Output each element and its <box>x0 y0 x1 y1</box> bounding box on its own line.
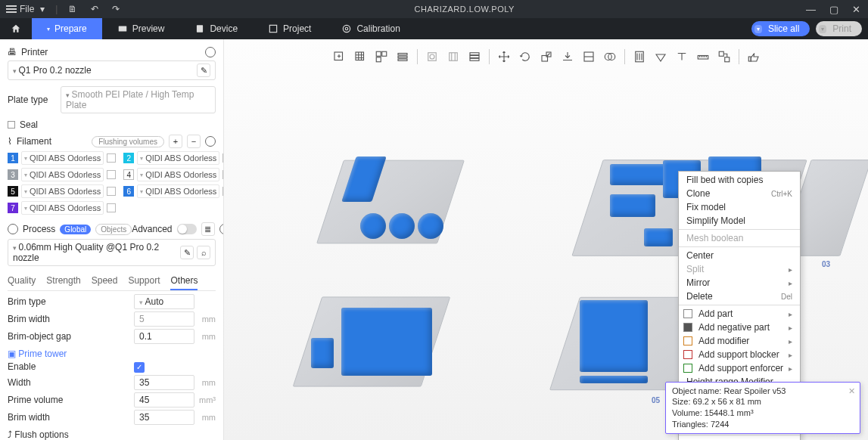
redo-icon[interactable]: ↷ <box>109 4 123 14</box>
split-objects-icon[interactable] <box>422 47 442 67</box>
print-button[interactable]: ▾Print <box>816 21 862 36</box>
file-menu[interactable]: File ▾ <box>6 4 48 14</box>
ctx-clone[interactable]: CloneCtrl+K <box>679 187 800 200</box>
ctx-center[interactable]: Center <box>679 249 800 262</box>
ctx-add-negative[interactable]: Add negative part▸ <box>679 321 800 334</box>
brim-width2-value[interactable]: 35 <box>134 410 194 425</box>
model-part[interactable] <box>580 376 648 383</box>
edit-icon[interactable]: ✎ <box>197 64 210 77</box>
filament-color-swatch[interactable]: 6 <box>123 186 134 197</box>
scale-icon[interactable] <box>537 47 556 67</box>
thumbs-up-icon[interactable] <box>744 47 764 67</box>
ctx-simplify-model[interactable]: Simplify Model <box>679 214 800 228</box>
filament-color-swatch[interactable]: 1 <box>8 153 18 163</box>
preview-tab[interactable]: Preview <box>102 18 180 39</box>
undo-icon[interactable]: ↶ <box>88 4 101 14</box>
cut-icon[interactable] <box>579 47 599 67</box>
ctx-fill-bed[interactable]: Fill bed with copies <box>679 173 800 187</box>
brim-type-value[interactable]: ▾ Auto <box>134 294 194 309</box>
printer-settings-icon[interactable] <box>205 47 216 57</box>
assembly-icon[interactable] <box>714 47 734 67</box>
filament-preset-combo[interactable]: ▾QIDI ABS Odorless <box>21 201 104 215</box>
filament-color-swatch[interactable]: 2 <box>123 153 134 163</box>
width-value[interactable]: 35 <box>134 375 194 390</box>
brim-gap-value[interactable]: 0.1 <box>134 329 194 344</box>
maximize-button[interactable]: ▢ <box>829 5 838 14</box>
model-part[interactable] <box>389 213 415 239</box>
plate-type-combo[interactable]: ▾ Smooth PEI Plate / High Temp Plate <box>61 86 216 113</box>
process-preset-combo[interactable]: ▾ 0.06mm High Quality @Q1 Pro 0.2 nozzle… <box>8 239 216 266</box>
add-plate-icon[interactable] <box>350 47 370 67</box>
model-part[interactable] <box>644 228 673 246</box>
tab-others[interactable]: Others <box>170 272 198 290</box>
home-tab[interactable] <box>0 18 32 39</box>
filament-color-swatch[interactable]: 4 <box>123 169 134 180</box>
text-icon[interactable] <box>672 47 692 67</box>
filament-preset-combo[interactable]: ▾QIDI ABS Odorless <box>137 184 219 198</box>
enable-checkbox[interactable]: ✓ <box>134 362 145 373</box>
move-icon[interactable] <box>494 47 514 67</box>
support-paint-icon[interactable] <box>630 47 649 67</box>
save-icon[interactable]: 🗎 <box>65 4 80 14</box>
advanced-toggle[interactable] <box>177 224 197 234</box>
add-filament-button[interactable]: + <box>169 135 182 148</box>
seal-checkbox[interactable] <box>8 121 15 129</box>
prime-volume-value[interactable]: 45 <box>134 392 194 407</box>
edit-icon[interactable] <box>107 153 116 163</box>
place-on-face-icon[interactable] <box>558 47 577 67</box>
model-part[interactable] <box>360 213 386 239</box>
model-part[interactable] <box>418 213 443 239</box>
ctx-add-part[interactable]: Add part▸ <box>679 307 800 321</box>
viewport[interactable]: 02 03 05 Fill bed with copies CloneCtrl+… <box>224 39 868 440</box>
device-tab[interactable]: Device <box>179 18 253 39</box>
model-part[interactable] <box>311 338 334 368</box>
edit-icon[interactable] <box>107 170 116 179</box>
ctx-delete[interactable]: DeleteDel <box>679 290 800 303</box>
filament-preset-combo[interactable]: ▾QIDI ABS Odorless <box>137 168 219 181</box>
flushing-volumes-button[interactable]: Flushing volumes <box>92 136 164 147</box>
minimize-button[interactable]: — <box>806 5 816 14</box>
ctx-add-modifier[interactable]: Add modifier▸ <box>679 334 800 348</box>
filament-preset-combo[interactable]: ▾QIDI ABS Odorless <box>21 151 104 165</box>
add-cube-icon[interactable] <box>329 47 349 67</box>
split-parts-icon[interactable] <box>443 47 463 67</box>
filament-preset-combo[interactable]: ▾QIDI ABS Odorless <box>137 151 219 165</box>
ctx-fix-model[interactable]: Fix model <box>679 200 800 214</box>
objects-badge[interactable]: Objects <box>95 224 132 235</box>
filament-settings-icon[interactable] <box>205 136 216 147</box>
measure-icon[interactable] <box>693 47 713 67</box>
tab-support[interactable]: Support <box>128 272 160 290</box>
search-icon[interactable]: ⌕ <box>197 246 210 259</box>
slice-all-button[interactable]: ▾Slice all <box>751 21 810 36</box>
brim-width-value[interactable]: 5 <box>134 311 194 327</box>
layers-icon[interactable] <box>465 47 484 67</box>
ctx-add-support-blocker[interactable]: Add support blocker▸ <box>679 348 800 361</box>
prepare-tab[interactable]: ▾ Prepare <box>32 18 102 39</box>
tab-strength[interactable]: Strength <box>46 272 80 290</box>
ctx-add-support-enforcer[interactable]: Add support enforcer▸ <box>679 361 800 375</box>
close-icon[interactable]: ✕ <box>848 386 855 397</box>
filament-color-swatch[interactable]: 7 <box>8 203 18 213</box>
project-tab[interactable]: Project <box>253 18 326 39</box>
remove-filament-button[interactable]: − <box>187 135 201 148</box>
mesh-boolean-icon[interactable] <box>600 47 620 67</box>
printer-preset-combo[interactable]: ▾ Q1 Pro 0.2 nozzle✎ <box>8 60 216 80</box>
tab-speed[interactable]: Speed <box>92 272 118 290</box>
edit-icon[interactable] <box>107 203 116 212</box>
filament-preset-combo[interactable]: ▾QIDI ABS Odorless <box>21 168 104 181</box>
filament-color-swatch[interactable]: 5 <box>8 186 18 197</box>
model-part[interactable] <box>610 194 655 217</box>
model-part[interactable] <box>580 300 648 372</box>
list-icon[interactable]: ≣ <box>201 222 215 236</box>
model-part[interactable] <box>341 308 432 376</box>
orient-icon[interactable] <box>393 47 412 67</box>
rotate-icon[interactable] <box>515 47 535 67</box>
tab-quality[interactable]: Quality <box>8 272 36 290</box>
calibration-tab[interactable]: Calibration <box>326 18 415 39</box>
global-badge[interactable]: Global <box>60 225 91 234</box>
edit-icon[interactable] <box>107 187 116 196</box>
seam-paint-icon[interactable] <box>651 47 670 67</box>
arrange-icon[interactable] <box>372 47 391 67</box>
edit-icon[interactable]: ✎ <box>180 246 194 259</box>
filament-preset-combo[interactable]: ▾QIDI ABS Odorless <box>21 184 104 198</box>
